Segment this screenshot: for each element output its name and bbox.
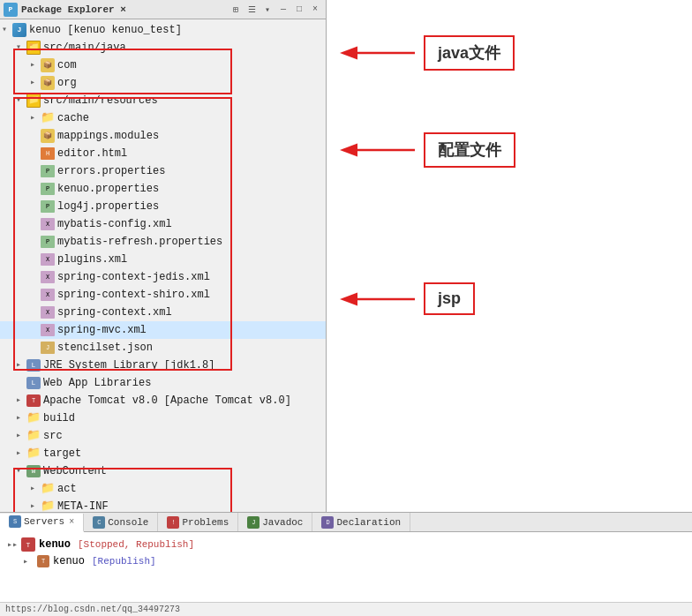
build-label: build	[43, 410, 75, 426]
javadoc-tab-label: Javadoc	[262, 517, 303, 528]
project-icon: J	[12, 23, 26, 37]
webcontent-icon: W	[26, 465, 41, 477]
com-icon: 📦	[41, 58, 55, 72]
panel-title: Package Explorer ×	[21, 4, 225, 15]
act-icon: 📁	[41, 482, 55, 496]
tree-item-spring-context-jedis-xml[interactable]: X spring-context-jedis.xml	[0, 268, 326, 286]
target-label: target	[43, 446, 81, 462]
tree-item-com[interactable]: 📦 com	[0, 56, 326, 74]
package-explorer-icon: P	[4, 3, 18, 17]
link-with-editor-icon[interactable]: ☰	[244, 3, 259, 17]
org-icon: 📦	[41, 76, 55, 90]
collapse-all-icon[interactable]: ⊞	[229, 3, 243, 17]
tree-item-build[interactable]: 📁 build	[0, 409, 326, 427]
tree-item-mybatis-refresh-properties[interactable]: P mybatis-refresh.properties	[0, 233, 326, 251]
tab-javadoc[interactable]: J Javadoc	[238, 513, 312, 531]
kenuo-server-icon: T	[21, 537, 35, 552]
server-main-row[interactable]: ▸ T kenuo [Stopped, Republish]	[4, 536, 688, 553]
arrow-src-main-java	[16, 40, 26, 56]
tree-item-jre-library[interactable]: L JRE System Library [jdk1.8]	[0, 357, 326, 374]
tree-item-cache[interactable]: 📁 cache	[0, 109, 326, 127]
view-menu-icon[interactable]: ▾	[260, 3, 275, 17]
tree-item-webcontent[interactable]: W WebContent	[0, 462, 326, 480]
build-icon: 📁	[26, 411, 41, 425]
tree-item-web-app-libraries[interactable]: L Web App Libraries	[0, 374, 326, 392]
console-tab-icon: C	[93, 516, 105, 529]
tree-item-plugins-xml[interactable]: X plugins.xml	[0, 251, 326, 268]
mybatis-config-xml-icon: X	[41, 218, 55, 230]
servers-tab-label: Servers	[24, 516, 64, 527]
tree-item-spring-context-shiro-xml[interactable]: X spring-context-shiro.xml	[0, 286, 326, 304]
servers-tab-icon: S	[9, 515, 21, 528]
server-sub-name: kenuo	[53, 555, 85, 567]
arrow-build	[16, 410, 26, 426]
tree-item-src[interactable]: 📁 src	[0, 427, 326, 445]
arrow-cache	[30, 110, 41, 126]
tree-item-org[interactable]: 📦 org	[0, 74, 326, 92]
config-arrow-icon	[335, 137, 424, 163]
cache-label: cache	[57, 110, 89, 126]
tree-item-meta-inf[interactable]: 📁 META-INF	[0, 498, 326, 512]
tree-item-editor-html[interactable]: H editor.html	[0, 145, 326, 162]
spring-context-xml-icon: X	[41, 306, 55, 319]
tree-item-spring-mvc-xml[interactable]: X spring-mvc.xml	[0, 321, 326, 339]
spring-mvc-xml-icon: X	[41, 324, 55, 336]
maximize-icon[interactable]: □	[292, 3, 306, 17]
tree-item-kenuo-properties[interactable]: P kenuo.properties	[0, 180, 326, 198]
arrow-act	[30, 481, 41, 497]
tree-item-project[interactable]: J kenuo [kenuo kenuo_test]	[0, 21, 326, 39]
tree-item-src-main-resources[interactable]: 📁 src/main/resources	[0, 92, 326, 109]
declaration-tab-label: Declaration	[336, 517, 401, 528]
problems-tab-label: Problems	[182, 517, 229, 528]
log4j-properties-icon: P	[41, 200, 55, 213]
arrow-meta-inf	[30, 499, 41, 512]
log4j-properties-label: log4j.properties	[57, 199, 159, 214]
spring-context-shiro-icon: X	[41, 289, 55, 301]
meta-inf-label: META-INF	[57, 499, 109, 512]
tab-problems[interactable]: ! Problems	[158, 513, 238, 531]
tree-item-target[interactable]: 📁 target	[0, 445, 326, 462]
tree-item-mappings-modules[interactable]: 📦 mappings.modules	[0, 127, 326, 145]
mappings-label: mappings.modules	[57, 128, 159, 144]
java-annotation: java文件	[424, 35, 515, 71]
arrow-src	[16, 428, 26, 444]
arrow-jre	[16, 357, 26, 373]
tree-item-log4j-properties[interactable]: P log4j.properties	[0, 198, 326, 215]
jre-library-icon: L	[26, 359, 41, 372]
mappings-icon: 📦	[41, 129, 55, 143]
mybatis-config-xml-label: mybatis-config.xml	[57, 216, 172, 232]
tab-console[interactable]: C Console	[84, 513, 158, 531]
plugins-xml-label: plugins.xml	[57, 252, 127, 267]
arrow-apache-tomcat	[16, 393, 26, 409]
server-sub-row[interactable]: ▸ T kenuo [Republish]	[4, 553, 688, 569]
tree-item-stencilset-json[interactable]: J stencilset.json	[0, 339, 326, 357]
minimize-icon[interactable]: —	[276, 3, 290, 17]
errors-properties-label: errors.properties	[57, 163, 165, 179]
java-annotation-group: java文件	[335, 35, 683, 71]
kenuo-properties-label: kenuo.properties	[57, 181, 159, 197]
tree-item-act[interactable]: 📁 act	[0, 480, 326, 498]
close-icon[interactable]: ×	[308, 3, 322, 17]
server-main-name: kenuo	[39, 538, 71, 551]
arrow-com	[30, 57, 41, 73]
apache-tomcat-icon: T	[26, 394, 41, 407]
act-label: act	[57, 481, 77, 497]
tree-item-errors-properties[interactable]: P errors.properties	[0, 162, 326, 180]
tree-item-spring-context-xml[interactable]: X spring-context.xml	[0, 304, 326, 321]
servers-tab-close[interactable]: ×	[69, 517, 74, 527]
kenuo-sub-icon: T	[37, 555, 49, 567]
web-app-libraries-icon: L	[26, 377, 41, 389]
tab-declaration[interactable]: D Declaration	[312, 513, 410, 531]
tree-item-src-main-java[interactable]: 📁 src/main/java	[0, 39, 326, 56]
tab-servers[interactable]: S Servers ×	[0, 514, 84, 532]
bottom-content: ▸ T kenuo [Stopped, Republish] ▸ T kenuo…	[0, 532, 692, 602]
tree-item-mybatis-config-xml[interactable]: X mybatis-config.xml	[0, 215, 326, 233]
src-icon: 📁	[26, 429, 41, 443]
tree-item-apache-tomcat[interactable]: T Apache Tomcat v8.0 [Apache Tomcat v8.0…	[0, 392, 326, 409]
src-main-resources-icon: 📁	[26, 94, 41, 108]
stencilset-json-icon: J	[41, 342, 55, 354]
webcontent-label: WebContent	[43, 463, 107, 479]
org-label: org	[57, 75, 77, 91]
header-toolbar: ⊞ ☰ ▾ — □ ×	[229, 3, 322, 17]
arrow-target	[16, 446, 26, 462]
